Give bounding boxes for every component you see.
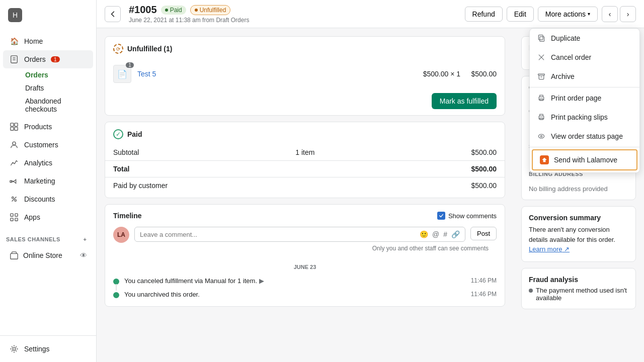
sidebar-nav: 🏠 Home Orders 1 Orders Drafts Abandoned … — [0, 30, 96, 228]
main-content: #1005 Paid Unfulfilled June 22, 2021 at … — [97, 0, 644, 362]
orders-badge: 1 — [51, 56, 60, 62]
edit-button[interactable]: Edit — [507, 7, 534, 22]
mention-icon[interactable]: @ — [432, 230, 439, 238]
paid-card: ✓ Paid Subtotal 1 item $500.00 Total $50… — [105, 122, 505, 198]
svg-rect-27 — [540, 118, 543, 120]
print-icon-2 — [537, 113, 546, 122]
sidebar-item-marketing[interactable]: Marketing — [3, 172, 93, 190]
conversion-text: There aren't any conversion details avai… — [529, 225, 628, 254]
sidebar-item-apps[interactable]: Apps — [3, 208, 93, 226]
timeline-header: Timeline Show comments — [105, 205, 505, 227]
item-name[interactable]: Test 5 — [137, 70, 417, 78]
learn-more-link[interactable]: Learn more ↗ — [529, 245, 570, 253]
unfulfilled-label: Unfulfilled — [200, 7, 226, 14]
comment-input-wrap: 🙂 @ # 🔗 — [134, 227, 465, 242]
sidebar-item-products[interactable]: Products — [3, 118, 93, 136]
dropdown-cancel[interactable]: Cancel order — [530, 48, 639, 67]
subtotal-qty: 1 item — [295, 148, 314, 156]
dropdown-view-status[interactable]: View order status page — [530, 127, 639, 146]
tag-icon[interactable]: # — [443, 230, 447, 238]
refund-button[interactable]: Refund — [465, 7, 503, 22]
svg-rect-19 — [538, 35, 543, 40]
sidebar-logo: H — [0, 0, 96, 30]
sidebar-item-discounts[interactable]: Discounts — [3, 190, 93, 208]
more-actions-label: More actions — [545, 10, 586, 18]
svg-rect-18 — [540, 37, 544, 42]
print-icon-1 — [537, 94, 546, 103]
show-comments-toggle[interactable]: Show comments — [437, 212, 497, 220]
discounts-icon — [9, 194, 19, 204]
comment-input[interactable] — [140, 231, 416, 238]
conversion-card: Conversion summary There aren't any conv… — [521, 206, 636, 262]
sidebar-label-orders: Orders — [24, 55, 46, 63]
emoji-icon[interactable]: 🙂 — [420, 230, 428, 238]
timeline-title: Timeline — [113, 212, 142, 220]
copy-icon — [537, 34, 546, 43]
svg-rect-8 — [10, 180, 12, 183]
svg-rect-14 — [11, 218, 13, 221]
svg-rect-15 — [15, 218, 18, 221]
post-button[interactable]: Post — [470, 227, 497, 240]
add-channel-button[interactable]: + — [80, 234, 90, 244]
fraud-title: Fraud analysis — [529, 276, 628, 284]
more-actions-dropdown: Duplicate Cancel order Archive Print ord — [529, 28, 640, 173]
sales-channels-section: SALES CHANNELS + — [0, 228, 96, 246]
fulfill-button[interactable]: Mark as fulfilled — [432, 93, 497, 109]
sidebar-sub-orders-link[interactable]: Orders — [21, 68, 93, 81]
sidebar-item-online-store[interactable]: Online Store 👁 — [3, 246, 93, 264]
dropdown-archive[interactable]: Archive — [530, 67, 639, 86]
back-button[interactable] — [105, 6, 121, 22]
nav-next-button[interactable]: › — [620, 6, 636, 22]
sales-channels-label: SALES CHANNELS — [6, 236, 60, 242]
x-icon — [537, 53, 546, 62]
dropdown-duplicate[interactable]: Duplicate — [530, 29, 639, 48]
orders-icon — [9, 54, 19, 64]
paid-label: Paid — [170, 7, 182, 14]
event-time-2: 11:46 PM — [471, 291, 497, 298]
more-actions-button[interactable]: More actions ▾ — [538, 7, 598, 22]
analytics-icon — [9, 158, 19, 168]
item-price: $500.00 × 1 — [423, 70, 460, 78]
dropdown-print-order[interactable]: Print order page — [530, 88, 639, 108]
unfulfilled-icon: ⟳ — [113, 44, 123, 54]
sidebar-item-home[interactable]: 🏠 Home — [3, 32, 93, 50]
print-packing-label: Print packing slips — [551, 113, 608, 121]
attach-icon[interactable]: 🔗 — [451, 230, 460, 238]
nav-prev-button[interactable]: ‹ — [602, 6, 618, 22]
conversion-title: Conversion summary — [529, 214, 628, 222]
payment-details: Subtotal 1 item $500.00 Total $500.00 Pa… — [105, 146, 505, 198]
eye-icon[interactable]: 👁 — [80, 251, 87, 259]
unfulfilled-title: Unfulfilled (1) — [127, 45, 172, 53]
logo-icon: H — [8, 8, 22, 22]
timeline-date: JUNE 23 — [105, 260, 505, 274]
lalamove-label: Send with Lalamove — [554, 156, 617, 164]
fraud-dot — [529, 289, 533, 293]
lalamove-icon — [540, 155, 549, 164]
sidebar-item-analytics[interactable]: Analytics — [3, 154, 93, 172]
svg-rect-6 — [15, 127, 18, 130]
sidebar-item-customers[interactable]: Customers — [3, 136, 93, 154]
event-dot-2 — [113, 292, 119, 298]
sidebar-sub-abandoned[interactable]: Abandoned checkouts — [21, 95, 93, 116]
sidebar-item-settings[interactable]: Settings — [3, 340, 93, 358]
svg-point-17 — [13, 347, 15, 350]
svg-rect-3 — [11, 123, 14, 126]
unfulfilled-badge: Unfulfilled — [190, 5, 231, 15]
svg-rect-13 — [15, 214, 18, 216]
staff-note: Only you and other staff can see comment… — [113, 243, 497, 254]
sidebar-sub-drafts[interactable]: Drafts — [21, 81, 93, 95]
main-panel: ⟳ Unfulfilled (1) 📄 1 Test 5 $500.00 × 1… — [97, 28, 513, 362]
fraud-card: Fraud analysis The payment method used i… — [521, 268, 636, 309]
expand-icon[interactable]: ▶ — [259, 277, 264, 285]
dropdown-lalamove[interactable]: Send with Lalamove — [532, 149, 637, 170]
sidebar-item-orders[interactable]: Orders 1 — [3, 50, 93, 68]
unfulfilled-dot — [195, 9, 198, 12]
fraud-text: The payment method used isn't available — [536, 287, 628, 302]
unfulfilled-header: ⟳ Unfulfilled (1) — [105, 37, 505, 61]
apps-icon — [9, 212, 19, 222]
total-label: Total — [113, 165, 129, 173]
show-comments-checkbox[interactable] — [437, 212, 445, 220]
sidebar-label-apps: Apps — [24, 213, 40, 221]
dropdown-print-packing[interactable]: Print packing slips — [530, 108, 639, 127]
marketing-icon — [9, 176, 19, 186]
